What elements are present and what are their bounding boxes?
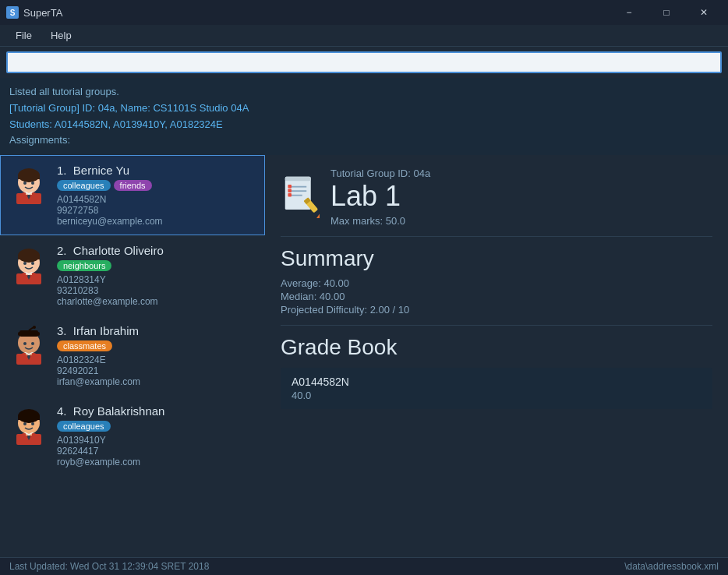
avatar — [9, 244, 49, 284]
grade-student-id: A0144582N — [292, 376, 701, 388]
student-email: irfan@example.com — [57, 376, 256, 387]
svg-rect-16 — [18, 256, 40, 259]
svg-point-39 — [23, 422, 27, 425]
student-id: A0139410Y — [57, 435, 256, 446]
student-name: 3. Irfan Ibrahim — [57, 324, 256, 337]
student-phone: 99272758 — [57, 205, 256, 216]
grade-row: A0144582N 40.0 — [281, 368, 712, 409]
summary-section: Summary Average: 40.00 Median: 40.00 Pro… — [281, 246, 712, 316]
info-line-1: Listed all tutorial groups. — [9, 84, 719, 101]
assignment-icon — [281, 175, 320, 218]
student-phone: 92624417 — [57, 446, 256, 457]
grade-value: 40.0 — [292, 390, 701, 401]
svg-rect-49 — [288, 193, 292, 197]
student-id: A0144582N — [57, 194, 256, 205]
divider-1 — [281, 236, 712, 237]
svg-rect-47 — [288, 185, 292, 189]
student-info: 1. Bernice Yu colleaguesfriends A0144582… — [57, 164, 256, 227]
tutorial-group-id: Tutorial Group ID: 04a — [330, 168, 712, 179]
svg-point-8 — [31, 182, 34, 185]
summary-title: Summary — [281, 246, 712, 271]
assignment-title-group: Tutorial Group ID: 04a Lab 1 Max marks: … — [330, 168, 712, 227]
svg-rect-48 — [288, 189, 292, 193]
svg-rect-38 — [18, 416, 40, 420]
title-bar: S SuperTA − □ ✕ — [0, 0, 728, 25]
svg-rect-6 — [18, 175, 40, 179]
student-tags: classmates — [57, 340, 256, 351]
info-line-2: [Tutorial Group] ID: 04a, Name: CS1101S … — [9, 101, 719, 117]
svg-point-30 — [31, 342, 34, 345]
student-id: A0182324E — [57, 355, 256, 365]
app-title: SuperTA — [23, 7, 62, 19]
menu-file[interactable]: File — [6, 26, 41, 44]
info-line-4: Assignments: — [9, 132, 719, 149]
student-email: berniceyu@example.com — [57, 216, 256, 227]
avatar — [9, 324, 49, 365]
maximize-button[interactable]: □ — [648, 0, 684, 25]
svg-point-18 — [31, 262, 34, 265]
svg-point-17 — [23, 262, 27, 265]
app-icon: S — [6, 6, 19, 19]
tag-neighbours: neighbours — [57, 260, 111, 271]
tag-colleagues: colleagues — [57, 421, 111, 432]
title-bar-left: S SuperTA — [6, 6, 62, 19]
max-marks: Max marks: 50.0 — [330, 215, 712, 227]
student-tags: colleagues — [57, 421, 256, 432]
student-phone: 92492021 — [57, 365, 256, 376]
svg-point-29 — [23, 342, 27, 345]
minimize-button[interactable]: − — [611, 0, 647, 25]
info-line-3: Students: A0144582N, A0139410Y, A0182324… — [9, 117, 719, 133]
status-left: Last Updated: Wed Oct 31 12:39:04 SRET 2… — [9, 561, 209, 572]
student-name: 2. Charlotte Oliveiro — [57, 244, 256, 257]
tag-colleagues: colleagues — [57, 180, 111, 191]
difficulty-stat: Projected Difficulty: 2.00 / 10 — [281, 304, 712, 316]
student-name: 4. Roy Balakrishnan — [57, 404, 256, 418]
svg-point-40 — [31, 422, 34, 425]
student-email: royb@example.com — [57, 457, 256, 467]
svg-marker-52 — [316, 214, 320, 219]
average-stat: Average: 40.00 — [281, 277, 712, 289]
grade-book-title: Grade Book — [281, 335, 712, 360]
menu-help[interactable]: Help — [41, 26, 81, 44]
avatar — [9, 404, 49, 445]
close-button[interactable]: ✕ — [686, 0, 722, 25]
avatar — [9, 164, 49, 204]
search-input[interactable] — [6, 51, 722, 73]
status-bar: Last Updated: Wed Oct 31 12:39:04 SRET 2… — [0, 557, 728, 575]
tag-friends: friends — [114, 180, 152, 191]
status-right: \data\addressbook.xml — [624, 561, 719, 572]
search-bar — [0, 47, 728, 78]
window-controls: − □ ✕ — [611, 0, 722, 25]
svg-point-7 — [23, 182, 27, 185]
student-card[interactable]: 4. Roy Balakrishnan colleagues A0139410Y… — [0, 396, 265, 476]
divider-2 — [281, 325, 712, 326]
assignment-title: Lab 1 — [330, 181, 712, 212]
svg-rect-26 — [19, 330, 38, 337]
student-info: 3. Irfan Ibrahim classmates A0182324E 92… — [57, 324, 256, 387]
student-info: 2. Charlotte Oliveiro neighbours A012831… — [57, 244, 256, 307]
right-panel: Tutorial Group ID: 04a Lab 1 Max marks: … — [265, 155, 728, 557]
student-card[interactable]: 1. Bernice Yu colleaguesfriends A0144582… — [0, 155, 265, 235]
assignment-header: Tutorial Group ID: 04a Lab 1 Max marks: … — [281, 168, 712, 227]
student-name: 1. Bernice Yu — [57, 164, 256, 177]
student-id: A0128314Y — [57, 274, 256, 285]
info-panel: Listed all tutorial groups. [Tutorial Gr… — [0, 78, 728, 155]
median-stat: Median: 40.00 — [281, 291, 712, 302]
student-tags: colleaguesfriends — [57, 180, 256, 191]
student-info: 4. Roy Balakrishnan colleagues A0139410Y… — [57, 404, 256, 467]
student-list: 1. Bernice Yu colleaguesfriends A0144582… — [0, 155, 265, 557]
student-card[interactable]: 3. Irfan Ibrahim classmates A0182324E 92… — [0, 316, 265, 396]
svg-rect-43 — [285, 177, 311, 182]
grade-book-table: A0144582N 40.0 — [281, 368, 712, 409]
student-card[interactable]: 2. Charlotte Oliveiro neighbours A012831… — [0, 235, 265, 316]
student-phone: 93210283 — [57, 285, 256, 296]
grade-book-section: Grade Book A0144582N 40.0 — [281, 335, 712, 409]
main-content: 1. Bernice Yu colleaguesfriends A0144582… — [0, 155, 728, 557]
tag-classmates: classmates — [57, 340, 112, 351]
student-email: charlotte@example.com — [57, 296, 256, 307]
student-tags: neighbours — [57, 260, 256, 271]
menu-bar: File Help — [0, 25, 728, 47]
svg-point-28 — [33, 326, 36, 329]
